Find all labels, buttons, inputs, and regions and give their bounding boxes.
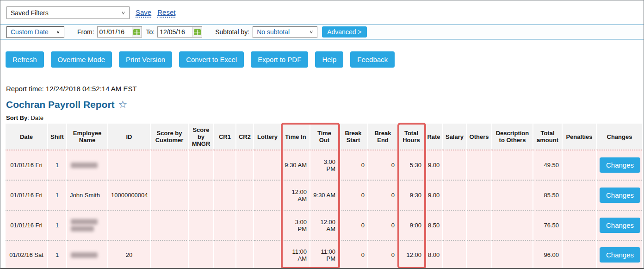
saved-filters-row: Saved Filters ∨ Save Reset	[6, 6, 644, 19]
save-link[interactable]: Save	[136, 8, 151, 18]
changes-button[interactable]: Changes	[600, 218, 640, 233]
cell-total-hours: 5:30	[398, 150, 425, 180]
saved-filters-value: Saved Filters	[11, 9, 49, 17]
chevron-down-icon: ∨	[121, 10, 125, 15]
cell-total-hours: 9:30	[398, 180, 425, 210]
cell-lottery	[254, 210, 282, 240]
chevron-down-icon: ∨	[309, 29, 313, 34]
page-title: Cochran Payroll Report ☆	[6, 99, 644, 110]
column-header-penalties: Penalties	[563, 124, 597, 150]
overtime-mode-button[interactable]: Overtime Mode	[51, 51, 112, 68]
redacted-employee-name	[71, 219, 98, 225]
cell-date: 01/01/16 Fri	[6, 180, 48, 210]
app-window: Saved Filters ∨ Save Reset Custom Date ∨…	[0, 0, 644, 269]
date-range-select[interactable]: Custom Date ∨	[6, 26, 64, 38]
cell-desc-others	[492, 240, 533, 269]
help-button[interactable]: Help	[315, 51, 343, 68]
cell-time-in: 3:00 PM	[282, 210, 310, 240]
cell-cr1	[214, 150, 236, 180]
from-label: From:	[77, 28, 94, 36]
cell-total-hours: 12:00	[398, 240, 425, 269]
cell-total-amount: 76.50	[533, 210, 563, 240]
saved-filters-select[interactable]: Saved Filters ∨	[6, 6, 130, 19]
reset-link[interactable]: Reset	[157, 8, 175, 18]
sort-by-value: : Date	[27, 114, 43, 121]
cell-score-customer	[151, 180, 189, 210]
refresh-button[interactable]: Refresh	[6, 51, 44, 68]
cell-score-customer	[151, 150, 189, 180]
cell-shift: 1	[48, 210, 67, 240]
cell-cr1	[214, 180, 236, 210]
column-header-time-out: Time Out	[310, 124, 339, 150]
advanced-button[interactable]: Advanced >	[322, 26, 366, 38]
cell-others	[467, 210, 492, 240]
cell-others	[467, 180, 492, 210]
column-header-lottery: Lottery	[254, 124, 282, 150]
feedback-button[interactable]: Feedback	[350, 51, 395, 68]
cell-cr2	[236, 180, 254, 210]
print-version-button[interactable]: Print Version	[119, 51, 172, 68]
cell-desc-others	[492, 210, 533, 240]
cell-score-mngr	[189, 150, 214, 180]
chevron-down-icon: ∨	[56, 29, 60, 34]
table-row: 01/02/16 Sat12011:00 AM11:00 PM0012:008.…	[6, 240, 642, 269]
calendar-icon[interactable]	[132, 27, 142, 37]
convert-to-excel-button[interactable]: Convert to Excel	[179, 51, 244, 68]
cell-others	[467, 150, 492, 180]
cell-salary	[443, 210, 467, 240]
cell-changes: Changes	[597, 180, 642, 210]
cell-rate: 9.00	[425, 150, 443, 180]
column-header-changes: Changes	[597, 124, 642, 150]
cell-break-end: 0	[368, 150, 398, 180]
redacted-employee-name	[71, 226, 94, 231]
cell-cr2	[236, 150, 254, 180]
column-header-total-hours: Total Hours	[398, 124, 425, 150]
date-range-value: Custom Date	[11, 28, 49, 36]
cell-penalties	[563, 180, 597, 210]
cell-lottery	[254, 150, 282, 180]
favorite-star-icon[interactable]: ☆	[118, 100, 128, 110]
table-header-row: DateShiftEmployee NameIDScore by Custome…	[6, 124, 642, 150]
cell-score-mngr	[189, 210, 214, 240]
calendar-icon[interactable]	[192, 27, 202, 37]
cell-total-hours: 9:00	[398, 210, 425, 240]
cell-time-out: 12:00 AM	[310, 210, 339, 240]
cell-changes: Changes	[597, 150, 642, 180]
cell-salary	[443, 180, 467, 210]
cell-break-start: 0	[339, 240, 368, 269]
cell-time-in: 9:30 AM	[282, 150, 310, 180]
from-date-input[interactable]	[98, 28, 132, 36]
cell-cr2	[236, 240, 254, 269]
cell-others	[467, 240, 492, 269]
export-to-pdf-button[interactable]: Export to PDF	[251, 51, 308, 68]
cell-employee-name	[67, 210, 108, 240]
report-title-text: Cochran Payroll Report	[6, 99, 115, 110]
cell-shift: 1	[48, 240, 67, 269]
redacted-employee-name	[71, 163, 98, 168]
cell-break-start: 0	[339, 150, 368, 180]
column-header-salary: Salary	[443, 124, 467, 150]
column-header-score-mngr: Score by MNGR	[189, 124, 214, 150]
changes-button[interactable]: Changes	[600, 188, 640, 203]
column-header-id: ID	[108, 124, 151, 150]
payroll-table-wrap: DateShiftEmployee NameIDScore by Custome…	[6, 124, 642, 269]
cell-id	[108, 150, 151, 180]
column-header-cr2: CR2	[236, 124, 254, 150]
changes-button[interactable]: Changes	[600, 247, 640, 263]
to-date-input[interactable]	[158, 28, 192, 36]
cell-cr1	[214, 210, 236, 240]
cell-time-in: 11:00 AM	[282, 240, 310, 269]
changes-button[interactable]: Changes	[600, 157, 640, 173]
column-header-shift: Shift	[48, 124, 67, 150]
redacted-employee-name	[71, 252, 98, 258]
cell-break-end: 0	[368, 210, 398, 240]
cell-employee-name	[67, 240, 108, 269]
column-header-date: Date	[6, 124, 48, 150]
cell-break-end: 0	[368, 240, 398, 269]
subtotal-select[interactable]: No subtotal ∨	[253, 26, 317, 38]
cell-break-end: 0	[368, 180, 398, 210]
table-row: 01/01/16 Fri13:00 PM12:00 AM009:008.5076…	[6, 210, 642, 240]
column-header-break-start: Break Start	[339, 124, 368, 150]
cell-salary	[443, 150, 467, 180]
cell-break-start: 0	[339, 180, 368, 210]
